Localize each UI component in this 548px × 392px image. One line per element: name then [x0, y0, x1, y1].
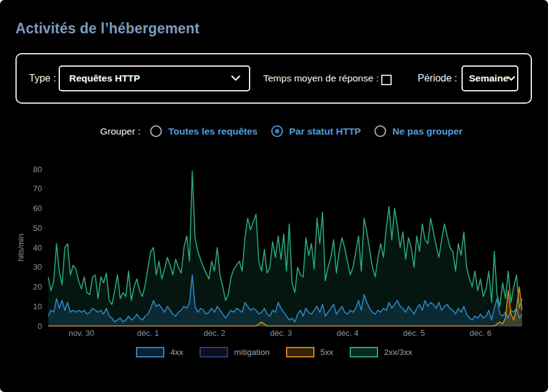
response-time-checkbox[interactable] [381, 75, 392, 85]
svg-text:40: 40 [33, 243, 42, 252]
svg-text:déc. 3: déc. 3 [270, 328, 292, 338]
radio-option-label: Ne pas grouper [392, 126, 463, 137]
svg-text:60: 60 [33, 204, 42, 213]
hosting-activity-panel: Activités de l’hébergement Type : Requêt… [0, 0, 548, 392]
svg-text:80: 80 [33, 165, 42, 174]
radio-icon[interactable] [150, 125, 162, 137]
svg-text:nov. 30: nov. 30 [69, 328, 95, 338]
svg-text:déc. 2: déc. 2 [203, 328, 225, 338]
legend-item-2xx3xx: 2xx/3xx [350, 347, 413, 357]
type-select-value: Requêtes HTTP [69, 73, 140, 84]
svg-text:hits/min: hits/min [16, 234, 25, 262]
radio-option-ne-pas-grouper[interactable]: Ne pas grouper [374, 125, 463, 137]
legend-item-5xx: 5xx [286, 347, 334, 357]
radio-icon[interactable] [271, 125, 283, 137]
chart-legend: 4xx mitigation 5xx 2xx/3xx [0, 347, 548, 357]
legend-label: 2xx/3xx [384, 348, 413, 357]
legend-item-4xx: 4xx [136, 347, 183, 357]
radio-option-label: Toutes les requêtes [168, 126, 257, 137]
svg-text:10: 10 [33, 302, 42, 311]
grouping-label: Grouper : [100, 126, 140, 137]
svg-text:0: 0 [38, 322, 42, 331]
period-select-value: Semaine [469, 73, 508, 84]
filter-bar: Type : Requêtes HTTP Temps moyen de répo… [15, 53, 532, 104]
legend-label: 5xx [321, 348, 334, 357]
legend-label: mitigation [234, 348, 270, 357]
radio-option-label: Par statut HTTP [289, 126, 361, 137]
chevron-down-icon [507, 73, 515, 84]
svg-text:30: 30 [33, 262, 42, 272]
type-select[interactable]: Requêtes HTTP [59, 65, 250, 91]
legend-swatch-2xx3xx [350, 347, 378, 357]
legend-label: 4xx [171, 348, 183, 357]
svg-text:déc. 4: déc. 4 [337, 328, 358, 338]
chevron-down-icon [231, 73, 240, 84]
grouping-row: Grouper : Toutes les requêtes Par statut… [100, 125, 463, 137]
type-label: Type : [29, 73, 56, 84]
svg-text:déc. 1: déc. 1 [137, 328, 159, 338]
radio-option-par-statut-http[interactable]: Par statut HTTP [271, 125, 361, 137]
svg-text:déc. 6: déc. 6 [470, 328, 491, 338]
radio-option-toutes-les-requetes[interactable]: Toutes les requêtes [150, 125, 257, 137]
page-title: Activités de l’hébergement [15, 20, 200, 37]
svg-text:50: 50 [33, 223, 42, 233]
period-label: Période : [418, 73, 457, 84]
svg-text:70: 70 [33, 184, 42, 193]
legend-item-mitigation: mitigation [200, 347, 270, 357]
activity-chart: 01020304050607080hits/minnov. 30déc. 1dé… [0, 154, 548, 347]
legend-swatch-5xx [286, 347, 314, 357]
radio-icon[interactable] [374, 125, 386, 137]
legend-swatch-mitigation [200, 347, 228, 357]
response-time-label: Temps moyen de réponse : [263, 73, 379, 84]
legend-swatch-4xx [136, 347, 164, 357]
svg-text:déc. 5: déc. 5 [403, 328, 424, 338]
period-select[interactable]: Semaine [462, 65, 518, 91]
svg-text:20: 20 [33, 282, 42, 291]
